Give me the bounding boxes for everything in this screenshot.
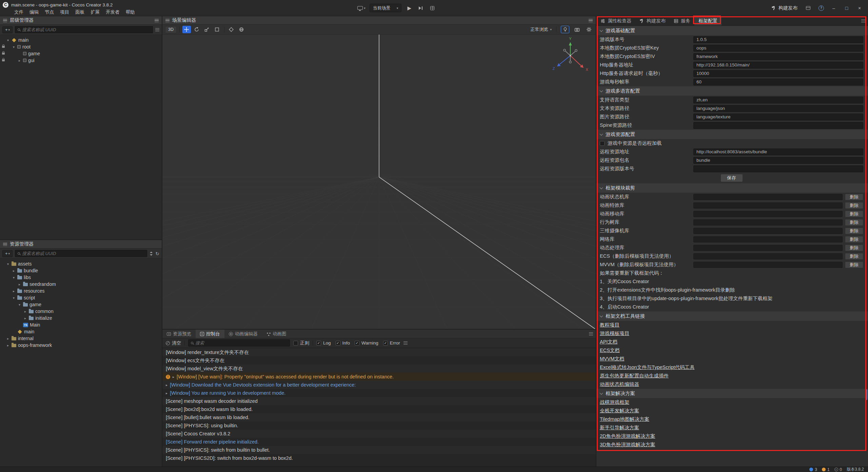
expand-arrow-icon[interactable]: ▾ <box>18 303 21 307</box>
doc-link[interactable]: 教程项目 <box>600 322 619 328</box>
inspector-tab[interactable]: 属性检查器 <box>596 16 635 25</box>
console-search[interactable] <box>188 339 290 347</box>
log-row[interactable]: [Window] model_view文件夹不存在 <box>162 365 596 373</box>
expand-arrow-icon[interactable]: ▸ <box>173 375 174 379</box>
section-header[interactable]: 游戏多语言配置 <box>596 86 868 96</box>
doc-link[interactable]: Tiledmap地图解决方案 <box>600 416 649 422</box>
scene-viewport[interactable]: Y X Z <box>162 35 596 329</box>
menu-item[interactable]: 扩展 <box>87 8 103 16</box>
doc-link[interactable]: 新手引导解决方案 <box>600 425 639 431</box>
panel-menu-icon[interactable] <box>3 19 7 22</box>
doc-link[interactable]: 2D角色扮演游戏解决方案 <box>600 433 655 439</box>
panel-options-icon[interactable] <box>155 19 159 22</box>
camera-settings-button[interactable] <box>573 26 581 33</box>
close-button[interactable]: × <box>856 5 863 11</box>
expand-arrow-icon[interactable]: ▾ <box>12 296 16 300</box>
menu-item[interactable]: 面板 <box>72 8 87 16</box>
lock-icon[interactable] <box>2 46 5 48</box>
expand-arrow-icon[interactable]: ▾ <box>12 276 16 279</box>
sort-icon[interactable] <box>150 252 153 256</box>
console-search-input[interactable] <box>195 340 287 346</box>
expand-arrow-icon[interactable]: ▸ <box>12 269 16 273</box>
scene-select[interactable]: 当前场景 ▾ <box>370 4 402 12</box>
menu-item[interactable]: 帮助 <box>123 8 138 16</box>
tree-node[interactable]: ▾game <box>0 301 162 308</box>
delete-button[interactable]: 删除 <box>845 253 863 260</box>
build-publish-button[interactable]: 构建发布 <box>771 5 797 11</box>
log-filter-checkbox[interactable]: ✓Log <box>316 340 331 346</box>
text-input[interactable]: 1.0.5 <box>693 36 863 43</box>
delete-button[interactable]: 删除 <box>845 202 863 209</box>
tree-node[interactable]: ▸oops-framework <box>0 342 162 349</box>
log-row[interactable]: [Scene] [PHYSICS]: using builtin. <box>162 421 596 430</box>
expand-arrow-icon[interactable]: ▸ <box>18 59 21 62</box>
text-input[interactable]: oops <box>693 45 863 52</box>
delete-button[interactable]: 删除 <box>845 236 863 243</box>
assets-search-input[interactable] <box>22 251 144 256</box>
tree-node[interactable]: main <box>0 328 162 335</box>
step-button[interactable] <box>417 4 425 12</box>
log-row[interactable]: [Scene] [box2d]:box2d wasm lib loaded. <box>162 405 596 413</box>
text-input[interactable]: zh,en <box>693 97 863 103</box>
section-header[interactable]: 框架解决方案 <box>596 389 868 398</box>
tree-node[interactable]: game <box>0 50 162 57</box>
preview-device-button[interactable]: ▾ <box>357 4 366 12</box>
save-button[interactable]: 保存 <box>721 174 743 182</box>
text-input[interactable]: http://localhost:8083/assets/bundle <box>693 149 863 155</box>
expand-arrow-icon[interactable]: ▾ <box>6 38 10 42</box>
inspector-tab[interactable]: 服务 <box>670 16 694 25</box>
scene-gizmo[interactable]: Y X Z <box>549 36 596 77</box>
section-header[interactable]: 框架模块裁剪 <box>596 183 868 193</box>
delete-button[interactable]: 删除 <box>845 244 863 251</box>
log-row[interactable]: ▸[Window] Download the Vue Devtools exte… <box>162 381 596 389</box>
refresh-icon[interactable]: ↻ <box>155 251 159 256</box>
expand-arrow-icon[interactable]: ▸ <box>18 282 21 286</box>
console-tab[interactable]: 动画图 <box>262 330 291 338</box>
tree-node[interactable]: ▸bundle <box>0 267 162 274</box>
tree-node[interactable]: ▾script <box>0 294 162 301</box>
menu-item[interactable]: 项目 <box>57 8 72 16</box>
log-row[interactable]: [Scene] Forward render pipeline initiali… <box>162 438 596 446</box>
transform-rotate-button[interactable] <box>193 26 201 33</box>
info-count[interactable]: 3 <box>809 467 817 472</box>
delete-button[interactable]: 删除 <box>845 228 863 234</box>
text-input[interactable]: 10000 <box>693 70 863 77</box>
menu-item[interactable]: 开发者 <box>103 8 123 16</box>
doc-link[interactable]: 战棋游戏框架 <box>600 399 629 406</box>
panel-menu-icon[interactable] <box>3 243 7 246</box>
doc-link[interactable]: MVVM文档 <box>600 356 625 362</box>
delete-button[interactable]: 删除 <box>845 261 863 268</box>
layout-button[interactable] <box>429 4 436 12</box>
tree-node[interactable]: ▸initialize <box>0 315 162 321</box>
remote-load-checkbox[interactable] <box>600 141 605 146</box>
log-filter-checkbox[interactable]: ✓Warning <box>355 340 378 346</box>
log-filter-checkbox[interactable]: ✓Info <box>336 340 350 346</box>
log-row[interactable]: !▸[Window] [Vue warn]: Property "onInput… <box>162 373 596 381</box>
doc-link[interactable]: 游戏模板项目 <box>600 330 629 337</box>
expand-arrow-icon[interactable]: ▸ <box>6 337 10 340</box>
lock-icon[interactable] <box>2 53 5 55</box>
panel-options-icon[interactable] <box>589 332 593 335</box>
lock-icon[interactable] <box>2 59 5 61</box>
log-row[interactable]: [Window] ecs文件夹不存在 <box>162 356 596 365</box>
collapse-all-icon[interactable] <box>155 28 159 31</box>
expand-arrow-icon[interactable]: ▸ <box>166 383 167 387</box>
coordinate-toggle-button[interactable] <box>237 26 246 33</box>
scene-settings-button[interactable] <box>585 26 593 33</box>
inspector-tab[interactable]: 框架配置 <box>694 16 722 25</box>
expand-arrow-icon[interactable]: ▾ <box>12 45 16 49</box>
hierarchy-search[interactable] <box>15 26 153 33</box>
word-wrap-icon[interactable] <box>403 341 408 345</box>
text-input[interactable]: bundle <box>693 157 863 164</box>
tree-node[interactable]: ▾root <box>0 43 162 50</box>
console-tab[interactable]: 控制台 <box>196 330 224 338</box>
menu-item[interactable]: 编辑 <box>26 8 42 16</box>
tree-node[interactable]: ▸common <box>0 308 162 315</box>
text-input[interactable]: http://192.168.0.150/main/ <box>693 62 863 68</box>
expand-arrow-icon[interactable]: ▸ <box>6 343 10 347</box>
delete-button[interactable]: 删除 <box>845 211 863 217</box>
section-header[interactable]: 游戏资源配置 <box>596 130 868 139</box>
error-count[interactable]: × 0 <box>834 467 842 472</box>
text-input[interactable] <box>693 122 863 129</box>
log-row[interactable]: [Scene] [PHYSICS2D]: switch from box2d-w… <box>162 454 596 462</box>
